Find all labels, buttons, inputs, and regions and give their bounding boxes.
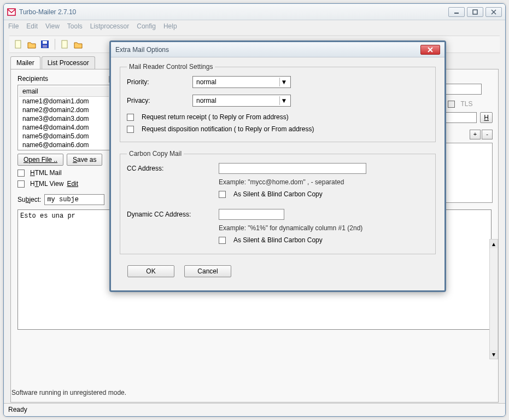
scrollbar[interactable]: ▴ ▾: [489, 239, 498, 359]
recipients-list[interactable]: email name1@domain1.dom name2@domain2.do…: [17, 85, 110, 150]
dialog-title: Extra Mail Options: [115, 46, 420, 54]
list-item[interactable]: name1@domain1.dom: [19, 97, 109, 106]
group2-legend: Carbon Copy Mail: [127, 150, 184, 158]
recipients-label: Recipients[: [17, 75, 110, 83]
scroll-down-icon[interactable]: ▾: [490, 350, 498, 359]
plus-button[interactable]: +: [470, 130, 481, 139]
dynamic-cc-input[interactable]: [219, 209, 284, 220]
open2-icon[interactable]: [73, 39, 83, 49]
html-view-label: HTML View: [30, 180, 63, 188]
priority-value: normal: [196, 78, 217, 86]
priority-label: Priority:: [127, 78, 187, 86]
save-as-button[interactable]: Save as: [67, 154, 102, 166]
cc-silent-checkbox[interactable]: [219, 191, 226, 198]
menu-listprocessor[interactable]: Listprocessor: [90, 22, 129, 30]
new-doc2-icon[interactable]: [60, 39, 70, 49]
svg-rect-2: [473, 10, 477, 14]
menu-file[interactable]: File: [8, 22, 19, 30]
tls-checkbox[interactable]: [448, 101, 455, 108]
tls-label: TLS: [460, 100, 472, 108]
dropdown-arrow-icon: ▼: [279, 78, 288, 86]
recipients-column-header: email: [19, 86, 109, 97]
close-button[interactable]: [485, 7, 502, 17]
edit-link[interactable]: Edit: [67, 180, 78, 188]
open-file-button[interactable]: Open File ..: [17, 154, 63, 166]
menu-tools[interactable]: Tools: [67, 22, 83, 30]
h-button[interactable]: H: [480, 112, 493, 123]
subject-label: Subject:: [17, 196, 41, 203]
list-item[interactable]: name6@domain6.dom: [19, 141, 109, 149]
disposition-notification-checkbox[interactable]: [127, 126, 134, 133]
list-item[interactable]: name3@domain3.dom: [19, 114, 109, 123]
return-receipt-checkbox[interactable]: [127, 114, 134, 121]
svg-rect-8: [43, 45, 47, 48]
dialog-titlebar: Extra Mail Options: [111, 42, 444, 57]
cc-address-input[interactable]: [219, 163, 366, 174]
menu-edit[interactable]: Edit: [26, 22, 38, 30]
save-icon[interactable]: [40, 39, 50, 49]
group1-legend: Mail Reader Control Settings: [127, 63, 215, 71]
tab-list-processor[interactable]: List Processor: [42, 56, 95, 69]
dropdown-arrow-icon: ▼: [279, 96, 288, 105]
html-mail-checkbox[interactable]: [17, 170, 25, 177]
cc-example-text: Example: "mycc@home.dom" , - separated: [219, 178, 429, 186]
tab-mailer[interactable]: Mailer: [10, 56, 40, 69]
maximize-button[interactable]: [467, 7, 483, 17]
dynamic-cc-label: Dynamic CC Address:: [127, 211, 213, 218]
disposition-notification-label: Request disposition notification ( to Re…: [142, 125, 314, 133]
html-view-checkbox[interactable]: [17, 180, 25, 188]
extra-mail-options-dialog: Extra Mail Options Mail Reader Control S…: [109, 40, 446, 292]
svg-rect-9: [62, 40, 67, 48]
svg-rect-0: [8, 9, 15, 15]
list-item[interactable]: name4@domain4.dom: [19, 123, 109, 132]
dynamic-cc-silent-checkbox[interactable]: [219, 237, 226, 244]
menu-config[interactable]: Config: [137, 22, 156, 30]
menubar: File Edit View Tools Listprocessor Confi…: [4, 20, 505, 32]
open-icon[interactable]: [27, 39, 37, 49]
dynamic-cc-example-text: Example: "%1%" for dynamically column #1…: [219, 224, 429, 232]
list-item[interactable]: name2@domain2.dom: [19, 106, 109, 114]
svg-rect-5: [15, 40, 21, 48]
minimize-button[interactable]: [448, 7, 465, 17]
cancel-button[interactable]: Cancel: [184, 265, 231, 277]
menu-help[interactable]: Help: [163, 22, 177, 30]
cc-silent-label: As Silent & Blind Carbon Copy: [233, 190, 323, 198]
menu-view[interactable]: View: [45, 22, 60, 30]
titlebar: Turbo-Mailer 2.7.10: [4, 4, 505, 20]
registration-status: Software running in unregistered mode.: [11, 389, 126, 396]
return-receipt-label: Request return receipt ( to Reply or Fro…: [142, 113, 289, 121]
toolbar-separator: [55, 39, 55, 50]
app-icon: [7, 8, 16, 16]
cc-address-label: CC Address:: [127, 165, 213, 172]
window-title: Turbo-Mailer 2.7.10: [19, 8, 448, 16]
scroll-up-icon[interactable]: ▴: [490, 240, 498, 248]
html-mail-label: HTML Mail: [30, 169, 62, 177]
privacy-combo[interactable]: normal ▼: [192, 95, 291, 107]
list-item[interactable]: name5@domain5.dom: [19, 132, 109, 141]
dynamic-cc-silent-label: As Silent & Blind Carbon Copy: [233, 236, 323, 244]
subject-input[interactable]: [44, 194, 104, 205]
mail-reader-control-group: Mail Reader Control Settings Priority: n…: [120, 63, 436, 142]
carbon-copy-group: Carbon Copy Mail CC Address: Example: "m…: [120, 150, 436, 254]
privacy-label: Privacy:: [127, 97, 187, 104]
statusbar: Ready: [4, 403, 505, 416]
new-doc-icon[interactable]: [14, 39, 24, 49]
privacy-value: normal: [196, 97, 217, 104]
ok-button[interactable]: OK: [127, 265, 174, 277]
minus-button[interactable]: -: [482, 130, 493, 139]
svg-rect-7: [43, 41, 47, 44]
priority-combo[interactable]: normal ▼: [192, 76, 291, 88]
dialog-close-button[interactable]: [420, 45, 440, 55]
